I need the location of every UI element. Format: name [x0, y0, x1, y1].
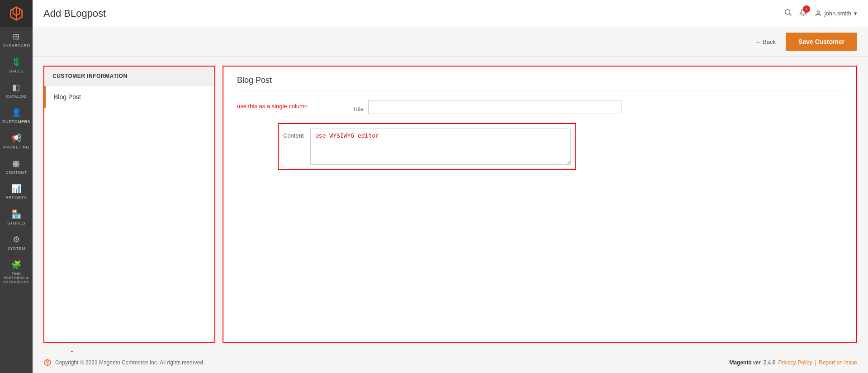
left-panel: CUSTOMER INFORMATION Blog Post remove th…: [43, 66, 215, 343]
stores-icon: 🏪: [11, 209, 22, 219]
sidebar-item-stores[interactable]: 🏪 STORES: [0, 205, 33, 230]
sidebar-item-system[interactable]: ⚙ SYSTEM: [0, 230, 33, 255]
content-textarea[interactable]: Use WYSIWYG editor: [310, 129, 571, 165]
svg-line-1: [789, 14, 791, 15]
footer-separator: |: [815, 359, 816, 366]
single-column-annotation: use this as a single column: [237, 103, 308, 110]
svg-point-2: [817, 11, 819, 13]
sidebar-item-find-partners[interactable]: 🧩 FIND PARTNERS & EXTENSIONS: [0, 255, 33, 288]
footer-logo-icon: [43, 359, 52, 367]
catalog-icon: ◧: [12, 82, 20, 92]
page-title: Add BLogpost: [43, 8, 106, 19]
magento-logo: [0, 0, 33, 27]
content-icon: ▦: [12, 158, 20, 168]
sidebar-item-content[interactable]: ▦ CONTENT: [0, 154, 33, 179]
footer-right: Magento ver. 2.4.6 Privacy Policy | Repo…: [729, 359, 857, 366]
content-field-wrapper: Content Use WYSIWYG editor: [278, 123, 576, 170]
top-header: Add BLogpost 1 john.smith ▾: [33, 0, 868, 27]
report-issue-link[interactable]: Report an Issue: [819, 359, 857, 366]
toolbar: ← Back Save Customer: [33, 27, 868, 57]
back-button[interactable]: ← Back: [750, 35, 782, 49]
right-panel-title: Blog Post: [237, 76, 843, 91]
left-panel-blog-post-item[interactable]: Blog Post: [44, 86, 214, 108]
save-customer-button[interactable]: Save Customer: [786, 33, 857, 51]
notification-count: 1: [803, 5, 810, 13]
notifications-button[interactable]: 1: [799, 8, 807, 19]
user-dropdown-icon: ▾: [854, 10, 857, 17]
content-label: Content: [283, 129, 310, 139]
title-input[interactable]: [368, 100, 621, 114]
system-icon: ⚙: [13, 234, 20, 244]
footer-left: Copyright © 2023 Magento Commerce Inc. A…: [43, 359, 204, 367]
reports-icon: 📊: [11, 184, 22, 194]
title-label: Title: [327, 102, 364, 112]
search-button[interactable]: [784, 8, 792, 19]
extensions-icon: 🧩: [11, 260, 22, 270]
user-name: john.smith: [825, 10, 851, 17]
customers-icon: 👤: [11, 108, 22, 118]
header-right: 1 john.smith ▾: [784, 8, 857, 19]
dashboard-icon: ⊞: [13, 32, 20, 42]
right-panel: Blog Post use this as a single column Ti…: [223, 66, 857, 343]
main-content: Add BLogpost 1 john.smith ▾: [33, 0, 868, 373]
footer: Copyright © 2023 Magento Commerce Inc. A…: [33, 352, 868, 373]
svg-point-0: [785, 10, 790, 14]
marketing-icon: 📢: [11, 133, 22, 143]
title-field-row: use this as a single column Title: [237, 100, 843, 114]
content-field-inner: Content Use WYSIWYG editor: [283, 129, 571, 165]
sidebar-item-customers[interactable]: 👤 CUSTOMERS: [0, 103, 33, 129]
content-area: CUSTOMER INFORMATION Blog Post remove th…: [33, 57, 868, 352]
sales-icon: 💲: [11, 57, 22, 67]
privacy-policy-link[interactable]: Privacy Policy: [778, 359, 812, 366]
sidebar-item-dashboard[interactable]: ⊞ DASHBOARD: [0, 27, 33, 53]
sidebar-item-reports[interactable]: 📊 REPORTS: [0, 179, 33, 205]
sidebar-item-catalog[interactable]: ◧ CATALOG: [0, 78, 33, 103]
footer-magento-label: Magento ver. 2.4.6: [729, 359, 775, 366]
sidebar-item-marketing[interactable]: 📢 MARKETING: [0, 129, 33, 154]
user-menu[interactable]: john.smith ▾: [815, 10, 857, 17]
sidebar-item-sales[interactable]: 💲 SALES: [0, 53, 33, 78]
footer-copyright: Copyright © 2023 Magento Commerce Inc. A…: [55, 359, 204, 366]
left-panel-header: CUSTOMER INFORMATION: [44, 67, 214, 86]
sidebar: ⊞ DASHBOARD 💲 SALES ◧ CATALOG 👤 CUSTOMER…: [0, 0, 33, 373]
